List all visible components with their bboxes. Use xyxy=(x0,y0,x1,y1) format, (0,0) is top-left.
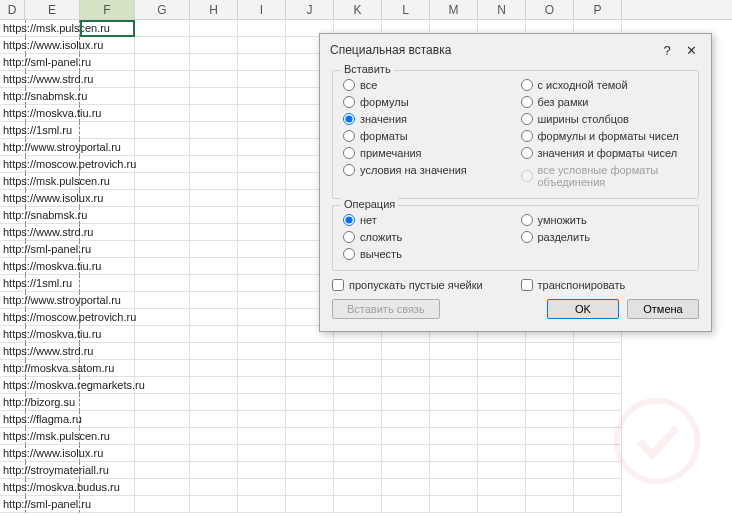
cell[interactable]: https://msk.pulscen.ru xyxy=(0,20,25,37)
cell[interactable] xyxy=(135,20,190,37)
cell[interactable] xyxy=(382,496,430,513)
radio-форматы[interactable]: форматы xyxy=(343,130,511,142)
cell[interactable] xyxy=(238,479,286,496)
cell[interactable] xyxy=(238,224,286,241)
cell[interactable] xyxy=(190,479,238,496)
cell[interactable] xyxy=(238,411,286,428)
cell[interactable]: https://moskva.tiu.ru xyxy=(0,105,25,122)
cell[interactable] xyxy=(238,241,286,258)
radio-все[interactable]: все xyxy=(343,79,511,91)
cell[interactable] xyxy=(478,445,526,462)
cell[interactable] xyxy=(135,326,190,343)
cell[interactable] xyxy=(286,428,334,445)
help-button[interactable]: ? xyxy=(655,40,679,60)
cell[interactable]: https://moskva.regmarkets.ru xyxy=(0,377,25,394)
transpose-input[interactable] xyxy=(521,279,533,291)
cell[interactable] xyxy=(190,20,238,37)
cell[interactable] xyxy=(135,479,190,496)
cell[interactable]: https://1sml.ru xyxy=(0,275,25,292)
col-header-m[interactable]: M xyxy=(430,0,478,19)
cell[interactable] xyxy=(238,88,286,105)
cell[interactable] xyxy=(135,88,190,105)
radio-input[interactable] xyxy=(343,248,355,260)
cell[interactable] xyxy=(526,479,574,496)
cell[interactable] xyxy=(135,105,190,122)
radio-формулы[interactable]: формулы xyxy=(343,96,511,108)
radio-input[interactable] xyxy=(343,214,355,226)
cancel-button[interactable]: Отмена xyxy=(627,299,699,319)
radio-с-исходной-темой[interactable]: с исходной темой xyxy=(521,79,689,91)
cell[interactable]: http://snabmsk.ru xyxy=(0,207,25,224)
cell[interactable] xyxy=(430,496,478,513)
cell[interactable] xyxy=(135,394,190,411)
cell[interactable] xyxy=(286,377,334,394)
cell[interactable] xyxy=(286,360,334,377)
cell[interactable] xyxy=(238,496,286,513)
cell[interactable] xyxy=(334,360,382,377)
col-header-f[interactable]: F xyxy=(80,0,135,19)
cell[interactable] xyxy=(135,343,190,360)
cell[interactable]: https://1sml.ru xyxy=(0,122,25,139)
cell[interactable] xyxy=(190,207,238,224)
radio-условия-на-значения[interactable]: условия на значения xyxy=(343,164,511,176)
cell[interactable]: http://sml-panel.ru xyxy=(0,241,25,258)
cell[interactable] xyxy=(430,462,478,479)
cell[interactable] xyxy=(478,411,526,428)
cell[interactable] xyxy=(190,292,238,309)
col-header-h[interactable]: H xyxy=(190,0,238,19)
cell[interactable] xyxy=(135,37,190,54)
cell[interactable] xyxy=(238,71,286,88)
col-header-p[interactable]: P xyxy=(574,0,622,19)
cell[interactable]: http://moskva.satom.ru xyxy=(0,360,25,377)
col-header-o[interactable]: O xyxy=(526,0,574,19)
cell[interactable] xyxy=(190,190,238,207)
cell[interactable] xyxy=(238,462,286,479)
cell[interactable] xyxy=(526,496,574,513)
cell[interactable] xyxy=(190,241,238,258)
radio-input[interactable] xyxy=(521,147,533,159)
cell[interactable] xyxy=(190,105,238,122)
cell[interactable] xyxy=(135,360,190,377)
radio-разделить[interactable]: разделить xyxy=(521,231,689,243)
cell[interactable] xyxy=(334,428,382,445)
cell[interactable] xyxy=(286,462,334,479)
cell[interactable] xyxy=(478,479,526,496)
cell[interactable] xyxy=(238,156,286,173)
cell[interactable]: https://www.isolux.ru xyxy=(0,445,25,462)
cell[interactable] xyxy=(135,241,190,258)
cell[interactable] xyxy=(478,377,526,394)
cell[interactable] xyxy=(478,428,526,445)
col-header-j[interactable]: J xyxy=(286,0,334,19)
cell[interactable] xyxy=(286,445,334,462)
cell[interactable]: https://moskva.tiu.ru xyxy=(0,258,25,275)
cell[interactable] xyxy=(430,394,478,411)
cell[interactable] xyxy=(478,496,526,513)
cell[interactable] xyxy=(190,139,238,156)
cell[interactable] xyxy=(286,411,334,428)
cell[interactable] xyxy=(80,411,135,428)
cell[interactable] xyxy=(430,479,478,496)
cell[interactable] xyxy=(135,496,190,513)
cell[interactable] xyxy=(190,462,238,479)
cell[interactable] xyxy=(238,360,286,377)
cell[interactable] xyxy=(430,360,478,377)
cell[interactable] xyxy=(190,394,238,411)
cell[interactable] xyxy=(238,377,286,394)
paste-link-button[interactable]: Вставить связь xyxy=(332,299,440,319)
cell[interactable] xyxy=(190,360,238,377)
cell[interactable] xyxy=(238,292,286,309)
radio-формулы-и-форматы-чисел[interactable]: формулы и форматы чисел xyxy=(521,130,689,142)
cell[interactable] xyxy=(334,377,382,394)
cell[interactable] xyxy=(334,462,382,479)
cell[interactable] xyxy=(526,343,574,360)
cell[interactable]: https://www.strd.ru xyxy=(0,224,25,241)
cell[interactable] xyxy=(238,445,286,462)
cell[interactable] xyxy=(190,411,238,428)
cell[interactable] xyxy=(135,292,190,309)
cell[interactable]: https://msk.pulscen.ru xyxy=(0,173,25,190)
cell[interactable] xyxy=(238,258,286,275)
cell[interactable] xyxy=(382,462,430,479)
cell[interactable] xyxy=(135,173,190,190)
cell[interactable] xyxy=(238,394,286,411)
cell[interactable] xyxy=(190,343,238,360)
